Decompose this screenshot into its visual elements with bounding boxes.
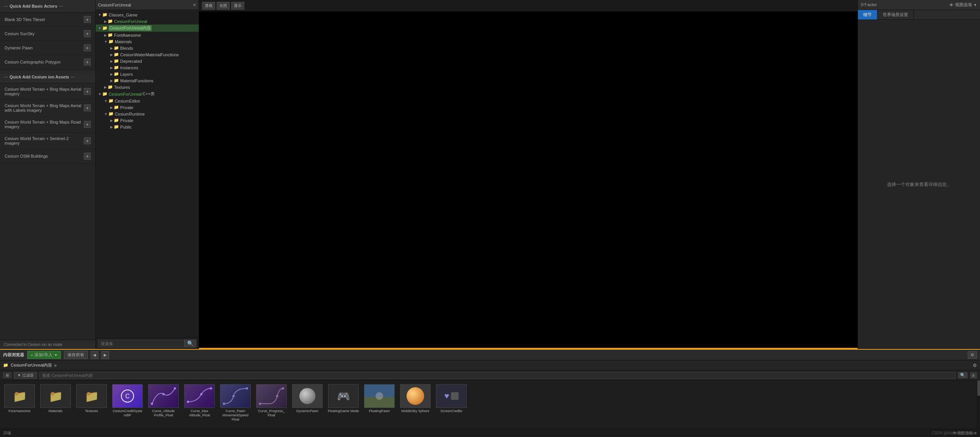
tree-item-layers[interactable]: ▶ 📁 Layers (96, 71, 199, 77)
basic-item-2[interactable]: Cesium SunSky + (0, 27, 95, 41)
tree-toolbar: CesiumForUnreal ✕ (96, 0, 199, 10)
tree-item-blends[interactable]: ▶ 📁 Blends (96, 45, 199, 51)
asset-item-curve-max[interactable]: Curve_Max Altitude_Float (182, 383, 217, 419)
folder-icon-ce: 📁 (108, 98, 114, 103)
tree-close-btn[interactable]: ✕ (193, 2, 196, 8)
nav-forward-btn[interactable]: ▶ (101, 351, 109, 359)
viewport-btn-2[interactable]: 光照 (217, 2, 230, 10)
add-button-3[interactable]: + (84, 44, 91, 51)
browser-settings-btn[interactable]: ⚙ (968, 351, 977, 359)
asset-item-credit[interactable]: C CesiumCreditSystemBP (110, 383, 145, 419)
add-button-cesium-5[interactable]: + (84, 153, 91, 160)
svg-point-7 (210, 387, 212, 390)
add-button-cesium-1[interactable]: + (84, 88, 91, 95)
asset-item-textures[interactable]: 📁 Textures (74, 383, 109, 415)
tree-item-private-2[interactable]: ▶ 📁 Private (96, 117, 199, 124)
folder-icon-water: 📁 (114, 52, 119, 57)
tree-item-fontawesome[interactable]: ▶ 📁 FontAwesome (96, 32, 199, 38)
add-button-cesium-2[interactable]: + (84, 104, 91, 111)
tree-item-cesium-editor[interactable]: ▼ 📁 CesiumEditor (96, 98, 199, 104)
asset-item-curve-alt[interactable]: Curve_Altitude Profile_Float (146, 383, 181, 419)
viewport-btn-3[interactable]: 显示 (231, 2, 244, 10)
folder-thumb-materials: 📁 (40, 384, 71, 408)
browser-search-input[interactable] (39, 372, 956, 379)
svg-point-6 (200, 393, 203, 395)
asset-thumb-floating-game: 🎮 (328, 384, 359, 408)
svg-point-5 (187, 401, 189, 403)
browser-search-btn[interactable]: 🔍 (958, 372, 968, 378)
scrollbar-thumb (977, 380, 980, 396)
tree-search-btn[interactable]: 🔍 (185, 339, 196, 347)
browser-right-scrollbar[interactable] (977, 380, 980, 429)
asset-item-floating-game[interactable]: 🎮 FloatingGame Mode (326, 383, 361, 415)
save-all-btn[interactable]: 保存所有 (64, 351, 88, 359)
tree-item-classes-game[interactable]: ▼ 📁 Classes_Game (96, 11, 199, 18)
add-button-1[interactable]: + (84, 16, 91, 23)
cesium-item-5[interactable]: Cesium OSM Buildings + (0, 149, 95, 163)
cesium-item-3[interactable]: Cesium World Terrain + Bing Maps Road im… (0, 116, 95, 133)
basic-item-3[interactable]: Dynamic Pawn + (0, 41, 95, 55)
cesium-item-1[interactable]: Cesium World Terrain + Bing Maps Aerial … (0, 83, 95, 100)
viewport-btn-1[interactable]: 透视 (202, 2, 215, 10)
basic-item-4[interactable]: Cesium Cartographic Polygon + (0, 55, 95, 69)
asset-label-floating-pawn: FloatingPawn (369, 409, 390, 413)
browser-main-content: 📁 FontAwesome 📁 Materials 📁 Text (0, 380, 980, 429)
nav-back-btn[interactable]: ◀ (91, 351, 98, 359)
tree-title: CesiumForUnreal (98, 3, 131, 7)
tree-item-deprecated[interactable]: ▶ 📁 Deprecated (96, 58, 199, 64)
tree-item-cesium-runtime[interactable]: ▼ 📁 CesiumRuntime (96, 111, 199, 117)
path-settings-btn[interactable]: ⚙ (973, 363, 977, 368)
cesium-item-4[interactable]: Cesium World Terrain + Sentinel-2 imager… (0, 133, 95, 149)
tree-item-cesium-content[interactable]: ▼ 📁 CesiumForUnreal内容 (96, 24, 199, 32)
asset-item-curve-pawn[interactable]: Curve_Pawn MovementSpeed Float (218, 383, 253, 423)
tree-item-instances[interactable]: ▶ 📁 Instances (96, 64, 199, 71)
asset-thumb-mobile-sky (400, 384, 431, 408)
left-panel: — Quick Add Basic Actors — Blank 3D Tile… (0, 0, 96, 349)
right-top-bar: 0个actor 👁 视图选项 ▼ (858, 0, 980, 10)
add-button-cesium-4[interactable]: + (84, 137, 91, 144)
tree-item-cesium-green[interactable]: ▶ 📁 CesiumForUnreal (96, 18, 199, 24)
asset-item-fontawesome[interactable]: 📁 FontAwesome (2, 383, 37, 415)
asset-item-dynamic-pawn[interactable]: DynamicPawn (290, 383, 325, 415)
add-button-2[interactable]: + (84, 30, 91, 37)
asset-item-floating-pawn[interactable]: FloatingPawn (362, 383, 397, 415)
tab-details[interactable]: 细节 (858, 10, 877, 20)
basic-item-1[interactable]: Blank 3D Tiles Tileset + (0, 13, 95, 27)
asset-item-mobile-sky[interactable]: MobileSky Sphere (398, 383, 433, 415)
tree-content: ▼ 📁 Classes_Game ▶ 📁 CesiumForUnreal ▼ 📁… (96, 10, 199, 338)
svg-point-12 (276, 395, 278, 397)
asset-label-floating-game: FloatingGame Mode (328, 409, 359, 413)
asset-item-screen-credits[interactable]: ♥ ScreenCredits (434, 383, 469, 415)
folder-icon-blue: 📁 (108, 19, 113, 24)
tree-item-private-1[interactable]: ▶ 📁 Private (96, 104, 199, 111)
tree-item-textures[interactable]: ▶ 📁 Textures (96, 84, 199, 90)
folder-icon-pub: 📁 (114, 124, 119, 129)
add-button-cesium-3[interactable]: + (84, 121, 91, 128)
folder-icon-dep: 📁 (114, 59, 119, 64)
tree-item-public[interactable]: ▶ 📁 Public (96, 124, 199, 130)
svg-point-2 (151, 403, 153, 405)
tree-item-matfuncs[interactable]: ▶ 📁 MaterialFunctions (96, 77, 199, 84)
tree-item-water[interactable]: ▶ 📁 CesiumWaterMaterialFunctions (96, 51, 199, 58)
add-button-4[interactable]: + (84, 59, 91, 65)
view-options-btn[interactable]: 👁 视图选项 ▼ (949, 2, 977, 8)
asset-label-curve-progress: Curve_Progress_ Float (256, 409, 287, 417)
tree-item-cpp[interactable]: ▼ 📁 CesiumForUnreal C++类 (96, 90, 199, 98)
details-content: 选择一个对象来查看详细信息。 (858, 20, 980, 349)
tab-world-settings[interactable]: 世界场景设置 (877, 10, 914, 20)
quick-add-basic-header: — Quick Add Basic Actors — (0, 0, 95, 13)
filter-btn[interactable]: ▼ 过滤器 (14, 372, 37, 379)
browser-view-toggle[interactable]: ≡ (970, 372, 977, 378)
cesium-item-2[interactable]: Cesium World Terrain + Bing Maps Aerial … (0, 100, 95, 116)
viewport-canvas[interactable] (199, 11, 858, 349)
asset-item-materials[interactable]: 📁 Materials (38, 383, 73, 415)
item-count: 15项 (3, 430, 11, 436)
add-import-btn[interactable]: + 添加/导入 ▼ (27, 351, 61, 359)
browser-title: 内容浏览器 (3, 352, 24, 358)
filter-layout-btn[interactable]: ⊞ (3, 372, 11, 378)
asset-item-curve-progress[interactable]: Curve_Progress_ Float (254, 383, 289, 419)
tree-search-input[interactable] (98, 340, 185, 347)
viewport-orange-border (199, 348, 858, 349)
tree-item-materials[interactable]: ▼ 📁 Materials (96, 38, 199, 45)
folder-icon-fa: 📁 (108, 33, 113, 38)
